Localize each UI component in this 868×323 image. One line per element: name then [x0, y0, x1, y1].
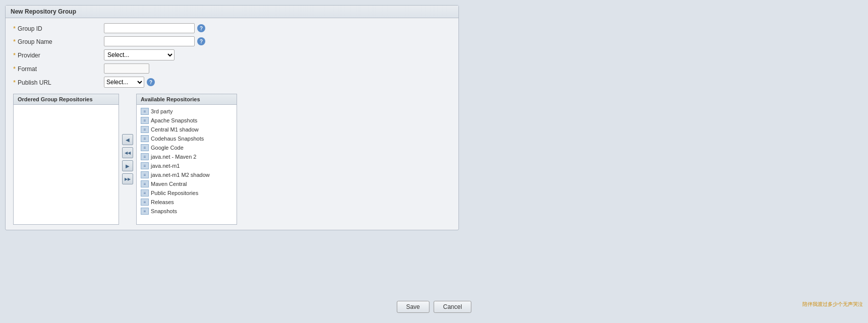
list-item[interactable]: ≡java.net-m1: [139, 161, 235, 170]
form-panel: New Repository Group *Group ID ? *Group …: [5, 5, 459, 230]
publish-url-help-icon[interactable]: ?: [147, 78, 155, 86]
required-star-2: *: [13, 38, 16, 45]
repo-item-label: java.net - Maven 2: [151, 154, 197, 160]
required-star-5: *: [13, 79, 16, 86]
format-input[interactable]: [104, 63, 149, 74]
save-button[interactable]: Save: [396, 301, 429, 313]
repo-icon: ≡: [141, 208, 149, 215]
available-repos-header: Available Repositories: [137, 94, 237, 105]
format-label: *Format: [13, 65, 104, 73]
required-star-3: *: [13, 51, 16, 59]
provider-select[interactable]: Select... Maven2: [104, 49, 175, 60]
group-id-label: *Group ID: [13, 25, 104, 32]
repo-item-label: Codehaus Snapshots: [151, 136, 204, 142]
group-name-input[interactable]: [104, 36, 195, 46]
panel-body: *Group ID ? *Group Name ? *Provider Se: [6, 18, 458, 230]
repo-icon: ≡: [141, 135, 149, 142]
group-name-row: *Group Name ?: [13, 36, 451, 46]
provider-row: *Provider Select... Maven2: [13, 49, 451, 60]
watermark: 陪伴我渡过多少个无声哭泣: [802, 301, 863, 308]
nav-buttons-container: ◀ ◀◀ ▶ ▶▶: [119, 94, 136, 225]
repo-icon: ≡: [141, 171, 149, 178]
repo-icon: ≡: [141, 199, 149, 206]
ordered-repos-panel: Ordered Group Repositories: [13, 94, 119, 225]
move-left-button[interactable]: ◀: [122, 134, 133, 145]
repo-item-label: java.net-m1 M2 shadow: [151, 172, 210, 178]
list-item[interactable]: ≡Codehaus Snapshots: [139, 134, 235, 143]
list-item[interactable]: ≡3rd party: [139, 107, 235, 116]
list-item[interactable]: ≡Maven Central: [139, 179, 235, 188]
cancel-button[interactable]: Cancel: [434, 301, 472, 313]
list-item[interactable]: ≡java.net - Maven 2: [139, 152, 235, 161]
repos-section: Ordered Group Repositories ◀ ◀◀ ▶: [13, 94, 451, 225]
repo-item-label: Public Repositories: [151, 190, 198, 196]
repo-item-label: Google Code: [151, 145, 184, 151]
repo-icon: ≡: [141, 126, 149, 133]
publish-url-label: *Publish URL: [13, 79, 104, 86]
repo-icon: ≡: [141, 117, 149, 124]
repo-icon: ≡: [141, 144, 149, 151]
list-item[interactable]: ≡Central M1 shadow: [139, 125, 235, 134]
repo-icon: ≡: [141, 162, 149, 169]
repo-item-label: Maven Central: [151, 181, 187, 187]
move-first-button[interactable]: ◀◀: [122, 147, 133, 158]
move-right-button[interactable]: ▶: [122, 160, 133, 171]
available-repos-body: ≡3rd party≡Apache Snapshots≡Central M1 s…: [137, 105, 237, 222]
ordered-repos-header: Ordered Group Repositories: [14, 94, 119, 105]
group-id-row: *Group ID ?: [13, 23, 451, 33]
move-left-icon: ◀: [126, 137, 130, 143]
page-container: New Repository Group *Group ID ? *Group …: [0, 0, 868, 323]
group-name-help-icon[interactable]: ?: [197, 37, 205, 45]
repo-icon: ≡: [141, 153, 149, 160]
list-item[interactable]: ≡Google Code: [139, 143, 235, 152]
bottom-buttons: Save Cancel: [396, 301, 472, 313]
list-item[interactable]: ≡Public Repositories: [139, 188, 235, 198]
available-repos-panel: Available Repositories ≡3rd party≡Apache…: [136, 94, 237, 225]
repo-icon: ≡: [141, 180, 149, 187]
list-item[interactable]: ≡Snapshots: [139, 207, 235, 216]
required-star: *: [13, 25, 16, 32]
ordered-repos-body: [14, 105, 119, 222]
repo-item-label: Central M1 shadow: [151, 126, 199, 133]
publish-url-row: *Publish URL Select... ?: [13, 77, 451, 88]
group-name-label: *Group Name: [13, 38, 104, 45]
repo-item-label: 3rd party: [151, 108, 172, 114]
move-right-icon: ▶: [126, 163, 130, 169]
repo-item-label: Snapshots: [151, 208, 177, 214]
publish-url-select[interactable]: Select...: [104, 77, 144, 88]
move-first-icon: ◀◀: [125, 151, 131, 155]
format-row: *Format: [13, 63, 451, 74]
required-star-4: *: [13, 65, 16, 73]
group-id-help-icon[interactable]: ?: [197, 24, 205, 32]
repo-item-label: Releases: [151, 199, 174, 205]
move-last-icon: ▶▶: [125, 177, 131, 181]
group-id-input[interactable]: [104, 23, 195, 33]
repo-icon: ≡: [141, 108, 149, 115]
list-item[interactable]: ≡Apache Snapshots: [139, 116, 235, 125]
list-item[interactable]: ≡Releases: [139, 198, 235, 207]
provider-label: *Provider: [13, 51, 104, 59]
repo-item-label: java.net-m1: [151, 163, 180, 169]
panel-title: New Repository Group: [6, 6, 458, 18]
repo-icon: ≡: [141, 189, 149, 197]
move-last-button[interactable]: ▶▶: [122, 173, 133, 184]
repo-item-label: Apache Snapshots: [151, 117, 197, 123]
list-item[interactable]: ≡java.net-m1 M2 shadow: [139, 170, 235, 179]
